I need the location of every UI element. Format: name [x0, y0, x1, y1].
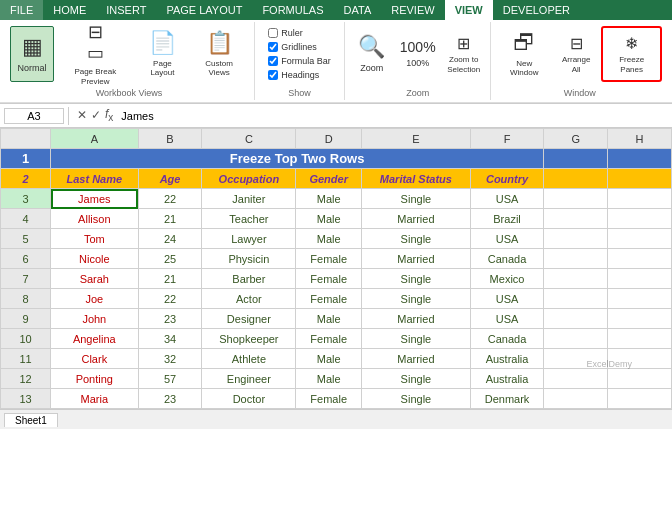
- cell-b13[interactable]: 23: [138, 389, 202, 409]
- cell-e7[interactable]: Single: [362, 269, 471, 289]
- checkbox-ruler[interactable]: Ruler: [268, 27, 331, 39]
- cell-d12[interactable]: Male: [296, 369, 362, 389]
- cell-f10[interactable]: Canada: [470, 329, 544, 349]
- tab-view[interactable]: VIEW: [445, 0, 493, 20]
- cell-d5[interactable]: Male: [296, 229, 362, 249]
- button-freeze-panes[interactable]: ❄ Freeze Panes: [601, 26, 662, 82]
- cell-c10[interactable]: Shopkeeper: [202, 329, 296, 349]
- col-header-A[interactable]: A: [51, 129, 139, 149]
- cell-c9[interactable]: Designer: [202, 309, 296, 329]
- header-gender[interactable]: Gender: [296, 169, 362, 189]
- tab-page-layout[interactable]: PAGE LAYOUT: [156, 0, 252, 20]
- function-icon[interactable]: fx: [105, 107, 113, 123]
- cell-b12[interactable]: 57: [138, 369, 202, 389]
- cell-f8[interactable]: USA: [470, 289, 544, 309]
- tab-file[interactable]: FILE: [0, 0, 43, 20]
- cell-c6[interactable]: Physicin: [202, 249, 296, 269]
- cell-e5[interactable]: Single: [362, 229, 471, 249]
- cell-c12[interactable]: Engineer: [202, 369, 296, 389]
- button-normal[interactable]: ▦ Normal: [10, 26, 54, 82]
- header-country[interactable]: Country: [470, 169, 544, 189]
- cell-e11[interactable]: Married: [362, 349, 471, 369]
- tab-developer[interactable]: DEVELOPER: [493, 0, 580, 20]
- cell-f9[interactable]: USA: [470, 309, 544, 329]
- cell-c4[interactable]: Teacher: [202, 209, 296, 229]
- col-header-F[interactable]: F: [470, 129, 544, 149]
- title-cell[interactable]: Freeze Top Two Rows: [51, 149, 544, 169]
- button-new-window[interactable]: 🗗 New Window: [497, 26, 551, 82]
- button-page-break-preview[interactable]: ⊟▭ Page Break Preview: [56, 26, 135, 82]
- cell-a10[interactable]: Angelina: [51, 329, 139, 349]
- checkbox-gridlines[interactable]: Gridlines: [268, 41, 331, 53]
- cell-a4[interactable]: Allison: [51, 209, 139, 229]
- cell-b11[interactable]: 32: [138, 349, 202, 369]
- checkbox-headings[interactable]: Headings: [268, 69, 331, 81]
- cell-c13[interactable]: Doctor: [202, 389, 296, 409]
- cell-b7[interactable]: 21: [138, 269, 202, 289]
- col-header-D[interactable]: D: [296, 129, 362, 149]
- cell-e3[interactable]: Single: [362, 189, 471, 209]
- formula-input[interactable]: [117, 109, 668, 123]
- cell-e6[interactable]: Married: [362, 249, 471, 269]
- cell-f6[interactable]: Canada: [470, 249, 544, 269]
- cell-a12[interactable]: Ponting: [51, 369, 139, 389]
- sheet-tab-sheet1[interactable]: Sheet1: [4, 413, 58, 427]
- cell-d9[interactable]: Male: [296, 309, 362, 329]
- cell-d13[interactable]: Female: [296, 389, 362, 409]
- cell-e4[interactable]: Married: [362, 209, 471, 229]
- header-age[interactable]: Age: [138, 169, 202, 189]
- button-arrange-all[interactable]: ⊟ Arrange All: [553, 26, 599, 82]
- cell-e8[interactable]: Single: [362, 289, 471, 309]
- cell-d6[interactable]: Female: [296, 249, 362, 269]
- cell-f12[interactable]: Australia: [470, 369, 544, 389]
- cell-f11[interactable]: Australia: [470, 349, 544, 369]
- cell-d10[interactable]: Female: [296, 329, 362, 349]
- cell-a6[interactable]: Nicole: [51, 249, 139, 269]
- button-page-layout[interactable]: 📄 Page Layout: [137, 26, 189, 82]
- ruler-checkbox[interactable]: [268, 28, 278, 38]
- cell-c11[interactable]: Athlete: [202, 349, 296, 369]
- cell-e9[interactable]: Married: [362, 309, 471, 329]
- cell-b10[interactable]: 34: [138, 329, 202, 349]
- cell-d4[interactable]: Male: [296, 209, 362, 229]
- headings-checkbox[interactable]: [268, 70, 278, 80]
- col-header-B[interactable]: B: [138, 129, 202, 149]
- cell-c3[interactable]: Janiter: [202, 189, 296, 209]
- cell-reference-input[interactable]: [4, 108, 64, 124]
- cell-b3[interactable]: 22: [138, 189, 202, 209]
- tab-review[interactable]: REVIEW: [381, 0, 444, 20]
- button-custom-views[interactable]: 📋 Custom Views: [190, 26, 248, 82]
- cell-c5[interactable]: Lawyer: [202, 229, 296, 249]
- cell-b5[interactable]: 24: [138, 229, 202, 249]
- tab-data[interactable]: DATA: [334, 0, 382, 20]
- confirm-icon[interactable]: ✓: [91, 108, 101, 122]
- cell-a9[interactable]: John: [51, 309, 139, 329]
- cell-a5[interactable]: Tom: [51, 229, 139, 249]
- formula-bar-checkbox[interactable]: [268, 56, 278, 66]
- cell-b9[interactable]: 23: [138, 309, 202, 329]
- cell-f7[interactable]: Mexico: [470, 269, 544, 289]
- spreadsheet[interactable]: A B C D E F G H 1 Freeze Top Two Rows 2 …: [0, 128, 672, 409]
- cell-b8[interactable]: 22: [138, 289, 202, 309]
- cell-e13[interactable]: Single: [362, 389, 471, 409]
- cell-a3[interactable]: James: [51, 189, 139, 209]
- header-marital-status[interactable]: Marital Status: [362, 169, 471, 189]
- cell-a11[interactable]: Clark: [51, 349, 139, 369]
- cell-e12[interactable]: Single: [362, 369, 471, 389]
- checkbox-formula-bar[interactable]: Formula Bar: [268, 55, 331, 67]
- col-header-E[interactable]: E: [362, 129, 471, 149]
- cell-f5[interactable]: USA: [470, 229, 544, 249]
- cell-c8[interactable]: Actor: [202, 289, 296, 309]
- header-occupation[interactable]: Occupation: [202, 169, 296, 189]
- col-header-H[interactable]: H: [608, 129, 672, 149]
- gridlines-checkbox[interactable]: [268, 42, 278, 52]
- cell-f3[interactable]: USA: [470, 189, 544, 209]
- cell-b4[interactable]: 21: [138, 209, 202, 229]
- cell-a7[interactable]: Sarah: [51, 269, 139, 289]
- button-zoom-selection[interactable]: ⊞ Zoom toSelection: [442, 26, 486, 82]
- cell-f4[interactable]: Brazil: [470, 209, 544, 229]
- col-header-G[interactable]: G: [544, 129, 608, 149]
- tab-insert[interactable]: INSERT: [96, 0, 156, 20]
- button-zoom-100[interactable]: 100% 100%: [396, 26, 440, 82]
- button-zoom[interactable]: 🔍 Zoom: [350, 26, 394, 82]
